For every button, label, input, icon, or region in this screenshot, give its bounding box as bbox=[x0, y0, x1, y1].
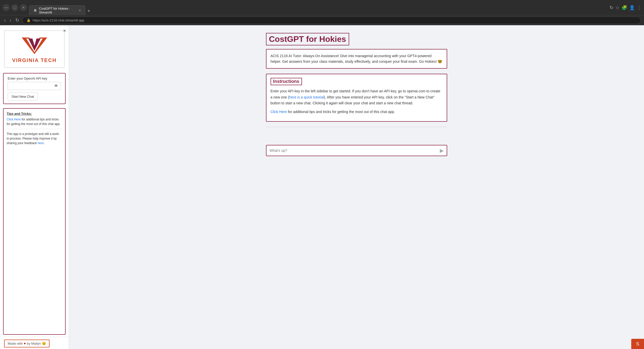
sidebar-api-section: Enter your OpenAI API key 👁 Start New Ch… bbox=[3, 73, 66, 104]
proto-text: This app is a prototype and still a work… bbox=[7, 132, 62, 145]
streamlit-badge[interactable]: S bbox=[631, 339, 644, 349]
send-button[interactable]: ▶ bbox=[440, 147, 444, 154]
footer-made-with: Made with bbox=[8, 342, 23, 345]
footer-heart-icon: ♥ bbox=[24, 342, 26, 345]
sidebar-close-button[interactable]: × bbox=[63, 28, 66, 34]
instructions-click-here-text: Click Here for additional tips and trick… bbox=[271, 109, 443, 115]
app-container: × VIRGINIA TECH Enter your O bbox=[0, 25, 644, 349]
browser-chrome: — □ × 🖥 CostGPT for Hokies · Streamlit ×… bbox=[0, 0, 644, 15]
sidebar-divider bbox=[7, 129, 62, 129]
app-description-text: ACIS 2116 AI Tutor: Always-On Assistance… bbox=[271, 54, 442, 64]
address-bar-row: ‹ › ↻ 🔒 https://acis-2116-chat.streamlit… bbox=[0, 15, 644, 25]
tutorial-link[interactable]: here is a quick tutorial bbox=[289, 95, 324, 99]
tips-text: Click Here for additional tips and trick… bbox=[7, 117, 62, 126]
address-bar[interactable]: 🔒 https://acis-2116-chat.streamlit.app bbox=[22, 17, 641, 24]
api-input-wrapper: 👁 bbox=[8, 82, 61, 90]
footer-by-text: by Mailyn bbox=[27, 342, 41, 345]
tab-close-icon[interactable]: × bbox=[79, 8, 81, 13]
close-window-button[interactable]: × bbox=[20, 4, 27, 11]
extensions-icon[interactable]: 🧩 bbox=[622, 5, 627, 10]
tab-title: CostGPT for Hokies · Streamlit bbox=[39, 7, 77, 14]
vt-logo-svg bbox=[17, 35, 52, 55]
bookmark-icon[interactable]: ☆ bbox=[615, 5, 619, 10]
api-key-label: Enter your OpenAI API key bbox=[8, 77, 61, 80]
instructions-box: Instructions Enter your API key in the l… bbox=[266, 74, 447, 122]
page-title: CostGPT for Hokies bbox=[266, 33, 349, 45]
chat-input-container: ▶ bbox=[261, 142, 452, 161]
new-tab-button[interactable]: + bbox=[85, 7, 92, 15]
api-key-input[interactable] bbox=[10, 84, 54, 88]
footer-emoji: 😊 bbox=[42, 342, 46, 345]
instructions-title: Instructions bbox=[271, 78, 302, 85]
instructions-body: Enter your API key in the left sidebar t… bbox=[271, 88, 443, 106]
tab-favicon: 🖥 bbox=[33, 8, 37, 13]
streamlit-icon: S bbox=[636, 341, 639, 347]
send-icon: ▶ bbox=[440, 148, 444, 153]
start-chat-button[interactable]: Start New Chat bbox=[8, 93, 38, 101]
sidebar-tips-section: Tips and Tricks: Click Here for addition… bbox=[3, 108, 66, 335]
main-inner: CostGPT for Hokies ACIS 2116 AI Tutor: A… bbox=[261, 33, 452, 135]
menu-icon[interactable]: ⋮ bbox=[637, 5, 641, 10]
footer-box: Made with ♥ by Mailyn 😊 bbox=[4, 340, 50, 347]
active-tab[interactable]: 🖥 CostGPT for Hokies · Streamlit × bbox=[29, 5, 85, 15]
reload-icon[interactable]: ↻ bbox=[610, 5, 613, 10]
sidebar-footer: Made with ♥ by Mailyn 😊 bbox=[0, 337, 69, 349]
main-content: CostGPT for Hokies ACIS 2116 AI Tutor: A… bbox=[69, 25, 644, 349]
sidebar-logo-section: VIRGINIA TECH bbox=[0, 25, 69, 71]
back-button[interactable]: ‹ bbox=[3, 17, 7, 24]
minimize-button[interactable]: — bbox=[3, 4, 10, 11]
eye-icon[interactable]: 👁 bbox=[54, 84, 58, 88]
refresh-button[interactable]: ↻ bbox=[14, 16, 20, 24]
toolbar-right: ↻ ☆ 🧩 👤 ⋮ bbox=[610, 5, 641, 10]
browser-controls: — □ × bbox=[3, 4, 27, 11]
profile-icon[interactable]: 👤 bbox=[629, 5, 635, 10]
click-here-link[interactable]: Click Here bbox=[271, 110, 287, 114]
forward-button[interactable]: › bbox=[9, 17, 12, 24]
vt-logo-box: VIRGINIA TECH bbox=[4, 30, 65, 68]
vt-logo-text: VIRGINIA TECH bbox=[12, 57, 56, 63]
url-text: https://acis-2116-chat.streamlit.app bbox=[33, 18, 84, 22]
tips-click-here-link[interactable]: Click Here bbox=[7, 118, 21, 121]
proto-link[interactable]: here bbox=[38, 141, 44, 145]
app-description: ACIS 2116 AI Tutor: Always-On Assistance… bbox=[266, 49, 447, 69]
chat-input-wrapper: ▶ bbox=[266, 145, 447, 156]
maximize-button[interactable]: □ bbox=[11, 4, 18, 11]
tips-title: Tips and Tricks: bbox=[7, 112, 62, 116]
sidebar: × VIRGINIA TECH Enter your O bbox=[0, 25, 69, 349]
chat-divider bbox=[266, 127, 447, 127]
chat-input[interactable] bbox=[270, 148, 440, 153]
tab-bar: 🖥 CostGPT for Hokies · Streamlit × + bbox=[29, 0, 607, 15]
